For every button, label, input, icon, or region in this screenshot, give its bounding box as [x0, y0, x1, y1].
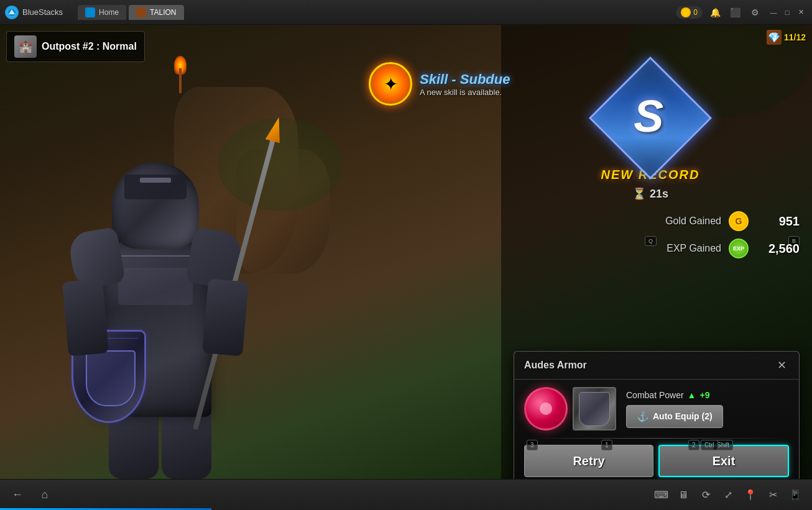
titlebar-right: 0 🔔 ⬛ ⚙ — □ ✕ [676, 5, 807, 20]
kbd-n2: 2 [688, 440, 699, 450]
home-tab-icon [85, 7, 95, 17]
exp-value: 2,560 [756, 242, 800, 256]
tab-count-icon: 💎 [767, 30, 782, 45]
combat-power-row: Combat Power ▲ +9 [626, 390, 789, 400]
armor-modal-header: Audes Armor ✕ [514, 352, 799, 380]
home-btn[interactable]: ⌂ [35, 485, 55, 505]
brand-name: BlueStacks [22, 7, 63, 17]
outpost-text: Outpost #2 : Normal [42, 41, 137, 52]
armor-item [573, 387, 616, 430]
kbd-n3: 3 [527, 440, 538, 450]
app-logo: BlueStacks [5, 6, 73, 19]
gold-value: 951 [756, 214, 800, 229]
armor-modal-content: Combat Power ▲ +9 ⚓ Auto Equip (2) [514, 380, 799, 438]
tab-count: 💎 11/12 [767, 30, 806, 45]
timer-text: 21s [650, 188, 668, 201]
item-stats: Combat Power ▲ +9 ⚓ Auto Equip (2) [621, 390, 789, 428]
s-letter: S [634, 91, 663, 142]
rotate-btn[interactable]: ⟳ [696, 486, 715, 504]
tab-home[interactable]: Home [78, 5, 126, 20]
outpost-icon: 🏰 [14, 35, 37, 58]
kbd-ctrl: Ctrl [701, 440, 718, 450]
window-controls: — □ ✕ [767, 6, 807, 19]
gold-label: Gold Gained [647, 216, 721, 227]
scissors-btn[interactable]: ✂ [764, 486, 782, 504]
skill-title: Skill - Subdue [420, 71, 510, 88]
retry-btn[interactable]: Retry [524, 445, 653, 477]
char-arm-left [62, 278, 109, 356]
title-bar: BlueStacks Home TALION 0 🔔 ⬛ ⚙ — □ ✕ [0, 0, 812, 25]
armor-modal-close[interactable]: ✕ [774, 358, 789, 373]
maximize-btn[interactable]: □ [781, 6, 793, 19]
coin-icon [681, 7, 691, 17]
skill-popup: ✦ Skill - Subdue A new skill is availabl… [369, 62, 510, 106]
up-arrow-icon: ▲ [688, 390, 696, 400]
tab-game-label: TALION [150, 8, 176, 17]
timer-row: ⏳ 21s [601, 187, 700, 201]
bottom-buttons: 3 1 2 Shift Ctrl Retry Exit [514, 439, 799, 485]
expand-btn[interactable]: ⤢ [719, 486, 737, 504]
outpost-label: 🏰 Outpost #2 : Normal [6, 31, 145, 62]
s-diamond-container: S [601, 75, 700, 174]
coin-count: 0 [693, 8, 698, 17]
gold-row: Gold Gained G 951 [514, 211, 800, 231]
exp-row: EXP Gained EXP 2,560 [514, 239, 800, 258]
armor-modal-title: Audes Armor [524, 360, 587, 371]
char-helmet [112, 162, 199, 249]
video-btn[interactable]: ⬛ [727, 5, 742, 20]
s-diamond: S [589, 57, 712, 180]
armor-detail-1 [112, 255, 199, 257]
back-btn[interactable]: ← [7, 485, 27, 505]
retry-label: Retry [573, 454, 604, 468]
torch-handle [179, 68, 182, 93]
tab-game[interactable]: TALION [129, 5, 183, 20]
stats-panel: Gold Gained G 951 EXP Gained EXP 2,560 [514, 211, 800, 266]
armor-piece [579, 392, 610, 426]
keyboard-btn[interactable]: ⌨ [652, 486, 670, 504]
auto-equip-btn[interactable]: ⚓ Auto Equip (2) [626, 405, 723, 428]
display-btn[interactable]: 🖥 [674, 486, 693, 504]
game-area: 🏰 Outpost #2 : Normal 💎 11/12 Tab M B Q … [0, 25, 812, 510]
new-record-panel: S NEW RECORD ⏳ 21s [601, 75, 700, 201]
bluestacks-icon [5, 6, 19, 19]
skill-info: Skill - Subdue A new skill is available. [420, 71, 510, 97]
gem-item [524, 387, 568, 430]
taskbar: ← ⌂ ⌨ 🖥 ⟳ ⤢ 📍 ✂ 📱 [0, 479, 812, 510]
helmet-eye-slit [140, 178, 171, 183]
tab-home-label: Home [99, 8, 119, 17]
location-btn[interactable]: 📍 [741, 486, 760, 504]
timer-icon: ⏳ [632, 187, 646, 201]
minimize-btn[interactable]: — [767, 6, 780, 19]
exp-label: EXP Gained [647, 243, 721, 254]
shield-emblem [86, 350, 136, 406]
phone-btn[interactable]: 📱 [786, 486, 805, 504]
skill-desc: A new skill is available. [420, 88, 510, 97]
tab-count-text: 11/12 [784, 32, 806, 42]
gem-inner [540, 403, 552, 415]
game-tab-icon [136, 7, 146, 17]
auto-equip-label: Auto Equip (2) [653, 411, 713, 421]
taskbar-nav: ← ⌂ [7, 485, 55, 505]
skill-badge: ✦ [369, 62, 412, 106]
armor-chest [118, 268, 193, 305]
gold-icon: G [729, 211, 749, 231]
character [37, 94, 274, 479]
notification-btn[interactable]: 🔔 [708, 5, 722, 20]
exp-icon: EXP [729, 239, 749, 258]
coin-display: 0 [676, 6, 703, 19]
armor-modal: Audes Armor ✕ Combat Power ▲ +9 ⚓ Auto [514, 351, 800, 485]
kbd-n1: 1 [601, 440, 612, 450]
exit-label: Exit [713, 454, 736, 468]
torch [174, 56, 187, 93]
char-arm-right [202, 278, 249, 356]
combat-bonus: +9 [699, 390, 709, 400]
taskbar-tools: ⌨ 🖥 ⟳ ⤢ 📍 ✂ 📱 [652, 486, 805, 504]
combat-power-label: Combat Power [626, 390, 684, 400]
equip-icon: ⚓ [637, 411, 649, 422]
close-btn[interactable]: ✕ [795, 6, 807, 19]
settings-btn[interactable]: ⚙ [747, 5, 762, 20]
